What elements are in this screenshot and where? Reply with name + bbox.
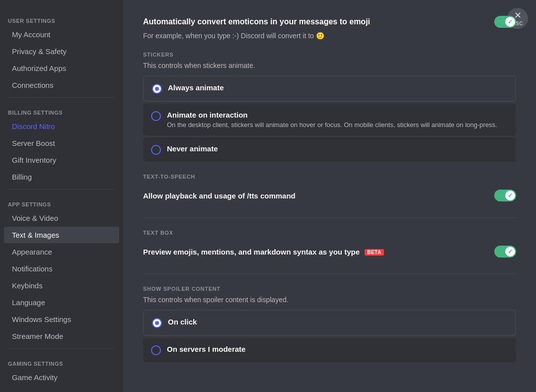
sidebar-item-authorized-apps[interactable]: Authorized Apps bbox=[4, 60, 119, 76]
textbox-row: Preview emojis, mentions, and markdown s… bbox=[143, 240, 516, 263]
sticker-option-always[interactable]: Always animate bbox=[143, 75, 516, 102]
sidebar-item-server-boost[interactable]: Server Boost bbox=[4, 135, 119, 151]
sticker-option-interaction[interactable]: Animate on interaction On the desktop cl… bbox=[143, 104, 516, 135]
user-settings-header: USER SETTINGS bbox=[0, 10, 123, 26]
sidebar-item-privacy-safety[interactable]: Privacy & Safety bbox=[4, 43, 119, 60]
sidebar-item-discord-nitro[interactable]: Discord Nitro bbox=[4, 118, 119, 134]
textbox-toggle[interactable] bbox=[494, 246, 516, 258]
sidebar-item-gift-inventory[interactable]: Gift Inventory bbox=[4, 152, 119, 168]
sidebar-item-streamer-mode[interactable]: Streamer Mode bbox=[4, 328, 119, 344]
sidebar-item-my-account[interactable]: My Account bbox=[4, 26, 119, 43]
sidebar-item-game-activity[interactable]: Game Activity bbox=[4, 369, 119, 386]
sidebar-divider-2 bbox=[8, 189, 115, 190]
sidebar-item-keybinds[interactable]: Keybinds bbox=[4, 277, 119, 294]
tts-label: Allow playback and usage of /tts command bbox=[143, 192, 296, 200]
spoiler-desc: This controls when spoiler content is di… bbox=[143, 296, 516, 304]
radio-circle-interaction bbox=[151, 111, 161, 121]
sticker-always-label: Always animate bbox=[168, 83, 224, 92]
tts-toggle-knob bbox=[505, 191, 515, 200]
spoiler-option-moderate[interactable]: On servers I moderate bbox=[143, 338, 516, 362]
divider-2 bbox=[143, 273, 516, 274]
sticker-option-never[interactable]: Never animate bbox=[143, 137, 516, 162]
textbox-label: Preview emojis, mentions, and markdown s… bbox=[143, 248, 384, 256]
emoticons-label: Automatically convert emoticons in your … bbox=[143, 17, 494, 26]
sidebar-divider-1 bbox=[8, 97, 115, 98]
textbox-toggle-knob bbox=[505, 247, 515, 257]
sidebar-item-language[interactable]: Language bbox=[4, 294, 119, 311]
sidebar-item-windows-settings[interactable]: Windows Settings bbox=[4, 311, 119, 327]
sidebar-divider-3 bbox=[8, 348, 115, 349]
tts-row: Allow playback and usage of /tts command bbox=[143, 184, 516, 207]
sticker-interaction-label: Animate on interaction bbox=[167, 111, 497, 119]
emoticons-row: Automatically convert emoticons in your … bbox=[143, 16, 516, 28]
sidebar-item-notifications[interactable]: Notifications bbox=[4, 261, 119, 277]
emoticons-example: For example, when you type :-) Discord w… bbox=[143, 32, 516, 40]
gaming-settings-header: GAMING SETTINGS bbox=[0, 353, 123, 369]
spoiler-moderate-label: On servers I moderate bbox=[167, 345, 245, 353]
radio-circle-never bbox=[151, 145, 161, 155]
radio-circle-always bbox=[152, 84, 162, 94]
textbox-header: TEXT BOX bbox=[143, 230, 516, 236]
beta-badge: BETA bbox=[365, 249, 383, 256]
radio-circle-moderate bbox=[151, 345, 161, 355]
sidebar-item-appearance[interactable]: Appearance bbox=[4, 244, 119, 260]
tts-toggle[interactable] bbox=[494, 190, 516, 201]
toggle-knob bbox=[505, 17, 515, 27]
app-settings-header: APP SETTINGS bbox=[0, 194, 123, 209]
sidebar: USER SETTINGS My Account Privacy & Safet… bbox=[0, 0, 123, 392]
main-content: ✕ ESC Automatically convert emoticons in… bbox=[123, 0, 536, 392]
sidebar-item-connections[interactable]: Connections bbox=[4, 77, 119, 93]
radio-circle-click bbox=[152, 318, 162, 328]
sticker-interaction-sublabel: On the desktop client, stickers will ani… bbox=[167, 121, 497, 129]
stickers-desc: This controls when stickers animate. bbox=[143, 62, 516, 69]
sidebar-item-text-images[interactable]: Text & Images bbox=[4, 227, 119, 243]
spoiler-click-label: On click bbox=[168, 318, 197, 326]
stickers-header: STICKERS bbox=[143, 52, 516, 58]
sidebar-item-billing[interactable]: Billing bbox=[4, 169, 119, 185]
spoiler-option-click[interactable]: On click bbox=[143, 310, 516, 336]
divider-1 bbox=[143, 217, 516, 218]
billing-settings-header: BILLING SETTINGS bbox=[0, 102, 123, 118]
tts-header: TEXT-TO-SPEECH bbox=[143, 174, 516, 180]
emoticons-toggle[interactable] bbox=[494, 16, 516, 28]
spoiler-header: SHOW SPOILER CONTENT bbox=[143, 286, 516, 292]
sticker-never-label: Never animate bbox=[167, 144, 218, 153]
sidebar-item-voice-video[interactable]: Voice & Video bbox=[4, 210, 119, 226]
